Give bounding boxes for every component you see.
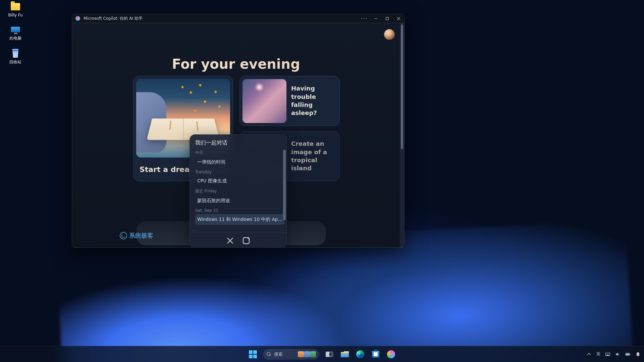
copilot-window: Microsoft Copilot: 你的 AI 助手 ··· For your… <box>72 14 405 248</box>
copilot-icon <box>387 350 395 358</box>
history-group-header: Tuesday <box>195 170 284 174</box>
history-item[interactable]: 蒙脱石散的用途 <box>195 195 284 206</box>
minimize-button[interactable] <box>370 14 381 23</box>
svg-rect-15 <box>626 353 629 355</box>
history-group-header: 今天 <box>195 150 284 156</box>
card-title: Create an image of a tropical island <box>289 140 339 172</box>
edge-button[interactable] <box>354 348 367 361</box>
history-group-header: Sat, Sep 21 <box>195 208 284 213</box>
copilot-taskbar-button[interactable] <box>384 348 398 361</box>
network-icon[interactable] <box>604 350 611 358</box>
edge-icon <box>356 350 364 358</box>
maximize-icon <box>385 17 389 20</box>
taskbar: 搜索 英 <box>0 346 644 362</box>
compose-icon <box>242 236 251 245</box>
start-button[interactable] <box>246 348 260 361</box>
desktop-icon-label: 此电脑 <box>9 36 21 41</box>
this-pc[interactable]: 此电脑 <box>3 24 28 42</box>
svg-point-16 <box>638 356 638 356</box>
recycle-bin[interactable]: 回收站 <box>3 48 28 66</box>
svg-marker-12 <box>616 353 618 356</box>
history-popup: 我们一起对话 今天 一弹指的时间 Tuesday CPU 图像生成 最近 Fri… <box>190 134 287 248</box>
watermark-text: 系统极客 <box>129 232 153 240</box>
task-view-button[interactable] <box>323 348 336 361</box>
ethernet-icon <box>605 352 610 357</box>
main-content: For your evening Start a dream journal H… <box>72 23 400 248</box>
close-button[interactable] <box>393 14 404 23</box>
close-icon <box>397 17 400 20</box>
window-title: Microsoft Copilot: 你的 AI 助手 <box>84 16 143 21</box>
svg-line-9 <box>270 355 271 356</box>
svg-rect-11 <box>607 355 609 356</box>
history-item[interactable]: Windows 11 和 Windows 10 中的 AppData 文件... <box>195 214 284 225</box>
desktop-icon-label: Billy Fu <box>8 13 22 17</box>
system-tray: 英 <box>586 346 641 362</box>
svg-point-8 <box>267 352 270 355</box>
ime-indicator[interactable]: 英 <box>596 350 601 358</box>
watermark: 系统极客 <box>120 232 153 240</box>
scrollbar[interactable]: ▴ ▾ <box>400 23 404 248</box>
copilot-app-icon <box>75 16 80 21</box>
trouble-sleeping-card[interactable]: Having trouble falling asleep? <box>239 76 340 126</box>
close-icon <box>226 236 234 245</box>
close-history-button[interactable] <box>226 236 234 245</box>
maximize-button[interactable] <box>381 14 393 23</box>
history-scrollbar[interactable] <box>283 150 286 220</box>
titlebar[interactable]: Microsoft Copilot: 你的 AI 助手 ··· <box>72 14 404 23</box>
battery-icon[interactable] <box>625 350 631 358</box>
minimize-icon <box>374 17 378 20</box>
taskbar-search[interactable]: 搜索 <box>263 349 319 360</box>
svg-rect-14 <box>630 354 630 355</box>
avatar[interactable] <box>384 29 395 40</box>
scrollbar-thumb[interactable] <box>401 25 403 149</box>
ellipsis-icon: ··· <box>361 15 368 22</box>
windows-icon <box>249 350 257 358</box>
search-placeholder: 搜索 <box>274 351 295 357</box>
pc-icon <box>10 25 21 34</box>
task-view-icon <box>326 352 333 357</box>
notifications-button[interactable] <box>635 350 641 358</box>
microsoft-store-button[interactable] <box>369 348 382 361</box>
card-illustration <box>243 79 286 123</box>
more-button[interactable]: ··· <box>359 14 370 23</box>
file-explorer-button[interactable] <box>338 348 352 361</box>
recycle-bin-icon <box>10 49 21 58</box>
history-item[interactable]: 一弹指的时间 <box>195 157 284 168</box>
search-highlights <box>298 351 316 357</box>
history-group-header: 最近 Friday <box>195 188 284 194</box>
volume-icon[interactable] <box>614 350 621 358</box>
desktop-icon-label: 回收站 <box>9 59 21 65</box>
search-icon <box>266 352 271 357</box>
battery-charging-icon <box>625 352 631 357</box>
history-item[interactable]: CPU 图像生成 <box>195 176 284 186</box>
page-title: For your evening <box>72 56 400 72</box>
history-title: 我们一起对话 <box>190 135 286 148</box>
tray-overflow[interactable] <box>586 350 592 358</box>
history-list[interactable]: 今天 一弹指的时间 Tuesday CPU 图像生成 最近 Friday 蒙脱石… <box>190 148 286 233</box>
chevron-up-icon <box>586 352 592 357</box>
folder-billy-fu[interactable]: Billy Fu <box>3 1 28 18</box>
file-explorer-icon <box>341 351 349 357</box>
store-icon <box>372 351 379 358</box>
speaker-icon <box>615 352 621 357</box>
new-chat-button[interactable] <box>242 236 251 245</box>
desktop-icons: Billy Fu 此电脑 回收站 <box>3 1 28 66</box>
watermark-icon <box>120 232 127 239</box>
card-title: Having trouble falling asleep? <box>289 84 339 117</box>
folder-icon <box>10 2 21 11</box>
svg-rect-1 <box>386 17 388 20</box>
bell-icon <box>635 352 641 357</box>
